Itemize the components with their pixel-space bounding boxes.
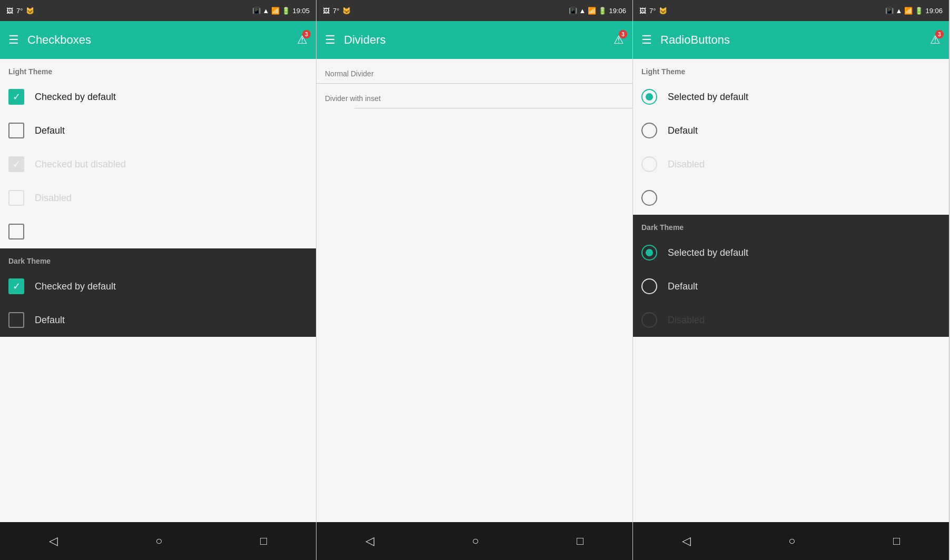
dividers-panel: 🖼 7° 🐱 📳 ▲ 📶 🔋 19:06 ☰ Dividers ⚠ 3 Norm…	[316, 0, 633, 560]
status-left: 🖼 7° 🐱	[639, 7, 667, 15]
checkbox-empty-2[interactable]	[8, 224, 24, 239]
checkbox-dark-checked[interactable]: ✓	[8, 278, 24, 294]
list-item[interactable]	[0, 215, 316, 248]
home-icon[interactable]: ○	[472, 534, 479, 548]
checkbox-disabled-checked: ✓	[8, 156, 24, 172]
dark-theme-section: Dark Theme ✓ Checked by default Default	[0, 248, 316, 337]
checkmark-icon: ✓	[13, 92, 21, 102]
inset-divider-line	[354, 108, 632, 108]
radiobuttons-content: Light Theme Selected by default Default …	[633, 59, 949, 522]
recents-icon[interactable]: □	[260, 534, 267, 548]
light-theme-label: Light Theme	[0, 59, 316, 80]
status-temp: 7°	[333, 7, 339, 15]
home-icon[interactable]: ○	[788, 534, 795, 548]
status-left: 🖼 7° 🐱	[6, 7, 34, 15]
hamburger-icon[interactable]: ☰	[325, 33, 335, 47]
status-wifi-icon: ▲	[579, 7, 586, 15]
hamburger-icon[interactable]: ☰	[641, 33, 652, 47]
dark-theme-label: Dark Theme	[0, 248, 316, 269]
back-icon[interactable]: ◁	[365, 534, 374, 548]
list-item: Disabled	[633, 303, 949, 337]
radio-empty[interactable]	[641, 190, 657, 206]
status-icon-cat: 🐱	[342, 7, 351, 15]
checkbox-dark-empty[interactable]	[8, 312, 24, 328]
status-temp: 7°	[649, 7, 656, 15]
status-left: 🖼 7° 🐱	[323, 7, 351, 15]
recents-icon[interactable]: □	[577, 534, 583, 548]
status-bar-checkboxes: 🖼 7° 🐱 📳 ▲ 📶 🔋 19:05	[0, 0, 316, 21]
item-label: Default	[668, 281, 698, 292]
status-bar-radio: 🖼 7° 🐱 📳 ▲ 📶 🔋 19:06	[633, 0, 949, 21]
status-vibrate-icon: 📳	[569, 7, 577, 15]
badge-count: 3	[619, 30, 627, 38]
item-label: Disabled	[668, 159, 705, 170]
status-right: 📳 ▲ 📶 🔋 19:06	[885, 7, 943, 15]
list-item: ✓ Checked but disabled	[0, 147, 316, 181]
status-icon-cat: 🐱	[26, 7, 34, 15]
badge-count: 3	[302, 30, 311, 38]
dark-theme-section-radio: Dark Theme Selected by default Default D…	[633, 215, 949, 337]
list-item[interactable]: Default	[0, 114, 316, 147]
status-icon-cat: 🐱	[659, 7, 667, 15]
app-bar-radio: ☰ RadioButtons ⚠ 3	[633, 21, 949, 59]
alert-badge[interactable]: ⚠ 3	[297, 33, 308, 47]
light-theme-label: Light Theme	[633, 59, 949, 80]
status-wifi-icon: ▲	[263, 7, 270, 15]
item-label: Disabled	[35, 193, 72, 204]
badge-count: 3	[935, 30, 944, 38]
item-label: Disabled	[668, 315, 705, 326]
item-label: Checked but disabled	[35, 159, 126, 170]
status-icon-photo: 🖼	[639, 7, 646, 15]
list-item[interactable]: Default	[633, 269, 949, 303]
radio-disabled	[641, 156, 657, 172]
bottom-nav-dividers: ◁ ○ □	[316, 522, 632, 560]
status-bar-dividers: 🖼 7° 🐱 📳 ▲ 📶 🔋 19:06	[316, 0, 632, 21]
alert-badge[interactable]: ⚠ 3	[930, 33, 941, 47]
status-vibrate-icon: 📳	[252, 7, 261, 15]
app-title-checkboxes: Checkboxes	[27, 33, 289, 47]
radio-selected[interactable]	[641, 89, 657, 105]
back-icon[interactable]: ◁	[682, 534, 691, 548]
radio-dark-disabled	[641, 312, 657, 328]
radiobuttons-panel: 🖼 7° 🐱 📳 ▲ 📶 🔋 19:06 ☰ RadioButtons ⚠ 3 …	[633, 0, 949, 560]
alert-badge[interactable]: ⚠ 3	[613, 33, 624, 47]
radio-dark-selected[interactable]	[641, 245, 657, 261]
app-title-dividers: Dividers	[344, 33, 605, 47]
list-item[interactable]: Default	[633, 114, 949, 147]
status-time: 19:06	[925, 7, 943, 15]
dividers-content: Normal Divider Divider with inset	[316, 59, 632, 522]
status-battery-icon: 🔋	[598, 7, 607, 15]
list-item: Disabled	[633, 147, 949, 181]
checkbox-empty[interactable]	[8, 123, 24, 138]
item-label: Default	[35, 125, 65, 136]
status-battery-icon: 🔋	[915, 7, 923, 15]
radio-default[interactable]	[641, 123, 657, 138]
checkbox-checked[interactable]: ✓	[8, 89, 24, 105]
bottom-nav-checkboxes: ◁ ○ □	[0, 522, 316, 560]
list-item[interactable]: ✓ Checked by default	[0, 269, 316, 303]
app-bar-dividers: ☰ Dividers ⚠ 3	[316, 21, 632, 59]
list-item[interactable]: Selected by default	[633, 80, 949, 114]
checkmark-icon: ✓	[13, 159, 21, 169]
status-icon-photo: 🖼	[6, 7, 13, 15]
bottom-nav-radio: ◁ ○ □	[633, 522, 949, 560]
list-item[interactable]	[633, 181, 949, 215]
checkbox-disabled-empty	[8, 190, 24, 206]
recents-icon[interactable]: □	[893, 534, 900, 548]
home-icon[interactable]: ○	[155, 534, 162, 548]
radio-dark-default[interactable]	[641, 278, 657, 294]
status-battery-icon: 🔋	[282, 7, 290, 15]
status-right: 📳 ▲ 📶 🔋 19:06	[569, 7, 626, 15]
status-icon-photo: 🖼	[323, 7, 330, 15]
list-item[interactable]: ✓ Checked by default	[0, 80, 316, 114]
back-icon[interactable]: ◁	[49, 534, 58, 548]
list-item[interactable]: Selected by default	[633, 236, 949, 269]
normal-divider-label: Normal Divider	[316, 59, 632, 83]
status-right: 📳 ▲ 📶 🔋 19:05	[252, 7, 310, 15]
hamburger-icon[interactable]: ☰	[8, 33, 19, 47]
checkboxes-panel: 🖼 7° 🐱 📳 ▲ 📶 🔋 19:05 ☰ Checkboxes ⚠ 3 Li…	[0, 0, 316, 560]
inset-divider-label: Divider with inset	[316, 84, 632, 108]
app-title-radio: RadioButtons	[660, 33, 922, 47]
list-item[interactable]: Default	[0, 303, 316, 337]
item-label: Selected by default	[668, 247, 748, 258]
